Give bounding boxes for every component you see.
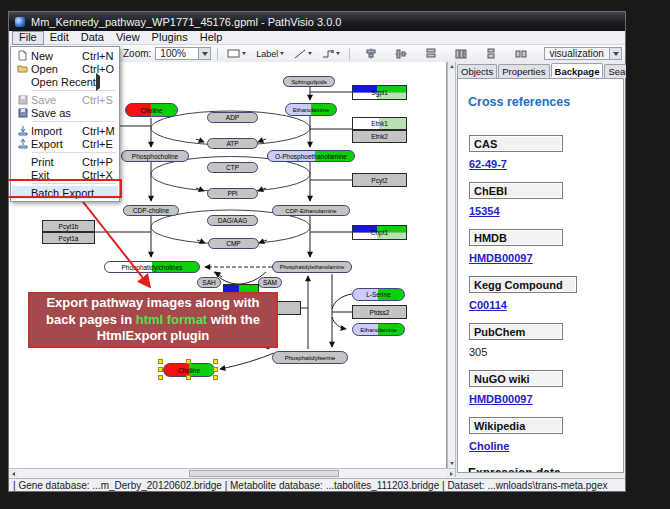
stack-vertical-button[interactable] xyxy=(482,46,500,61)
xref-link[interactable]: HMDB00097 xyxy=(469,252,623,264)
connector-tool-button[interactable] xyxy=(319,47,343,61)
status-bar: | Gene database: ...m_Derby_20120602.bri… xyxy=(9,478,625,491)
horizontal-scrollbar[interactable] xyxy=(9,468,455,477)
connector-icon xyxy=(322,49,334,59)
align-vertical-center-button[interactable] xyxy=(392,46,410,61)
selection-handle[interactable] xyxy=(186,375,191,380)
selection-handle[interactable] xyxy=(186,359,191,364)
file-menu-open-recent[interactable]: Open Recent xyxy=(12,75,118,88)
scroll-down-icon[interactable] xyxy=(448,460,455,467)
node-sah[interactable]: SAH xyxy=(197,277,221,288)
line-tool-button[interactable] xyxy=(291,47,315,61)
node-pcyt1b[interactable]: Pcyt1b xyxy=(42,220,95,232)
selection-handle[interactable] xyxy=(158,367,163,372)
tab-backpage[interactable]: Backpage xyxy=(551,63,604,77)
node-dag-aag[interactable]: DAG/AAG xyxy=(207,215,258,226)
file-menu-save-as[interactable]: Save as xyxy=(12,106,118,119)
menu-edit[interactable]: Edit xyxy=(44,31,75,44)
scroll-left-icon[interactable] xyxy=(9,470,17,477)
side-panel-tabs: Objects Properties Backpage Search Legen… xyxy=(456,62,625,78)
common-height-icon xyxy=(455,48,467,59)
node-phosphatidylserine[interactable]: Phosphatidylserine xyxy=(272,351,348,364)
status-text: | Gene database: ...m_Derby_20120602.bri… xyxy=(13,480,607,491)
tab-objects[interactable]: Objects xyxy=(457,64,497,78)
file-menu-new[interactable]: New Ctrl+N xyxy=(12,49,118,62)
open-folder-icon xyxy=(14,64,31,73)
menu-file[interactable]: File xyxy=(12,31,44,45)
xref-title: CAS xyxy=(469,135,563,152)
app-icon xyxy=(15,17,25,27)
node-atp[interactable]: ATP xyxy=(207,138,258,149)
xref-link[interactable]: C00114 xyxy=(469,299,623,311)
node-choline-top[interactable]: Choline xyxy=(125,103,178,117)
node-chpt1[interactable]: Chpt1 xyxy=(352,225,407,240)
scroll-up-icon[interactable] xyxy=(448,63,455,70)
node-phosphatidylcholines[interactable]: Phosphatidylcholines xyxy=(104,261,200,273)
node-adp[interactable]: ADP xyxy=(207,112,258,123)
file-menu-open[interactable]: Open Ctrl+O xyxy=(12,62,118,75)
selection-handle[interactable] xyxy=(213,375,218,380)
node-cmp[interactable]: CMP xyxy=(208,238,259,249)
zoom-dropdown-arrow-icon[interactable] xyxy=(198,48,210,59)
xref-link[interactable]: 15354 xyxy=(469,205,623,217)
node-pcyt2[interactable]: Pcyt2 xyxy=(352,173,407,187)
node-sam[interactable]: SAM xyxy=(258,277,282,288)
menu-bar: File Edit Data View Plugins Help xyxy=(9,31,625,45)
node-etnk1[interactable]: Etnk1 xyxy=(352,117,407,130)
visualization-combobox[interactable]: visualization xyxy=(544,47,622,60)
menu-view[interactable]: View xyxy=(110,31,146,44)
xref-section: HMDB HMDB00097 xyxy=(469,229,623,264)
node-ethanolamine-bottom[interactable]: Ethanolamine xyxy=(352,323,405,336)
visualization-dropdown-arrow-icon[interactable] xyxy=(609,48,621,59)
xref-link[interactable]: 62-49-7 xyxy=(469,158,623,170)
node-ppi[interactable]: PPi xyxy=(207,188,258,199)
menu-data[interactable]: Data xyxy=(75,31,110,44)
frame-bottom xyxy=(0,492,670,509)
tab-properties[interactable]: Properties xyxy=(498,64,549,78)
file-menu-import[interactable]: Import Ctrl+M xyxy=(12,124,118,137)
file-menu-export[interactable]: Export Ctrl+E xyxy=(12,137,118,150)
common-width-button[interactable] xyxy=(422,46,440,61)
common-height-button[interactable] xyxy=(452,46,470,61)
node-phosphatidylethanolamine[interactable]: Phosphatidylethanolamine xyxy=(272,261,352,273)
node-sphingolipids[interactable]: Sphingolipids xyxy=(283,76,335,87)
selection-handle[interactable] xyxy=(213,367,218,372)
xref-section: Wikipedia Choline xyxy=(469,417,623,452)
node-cdp-choline[interactable]: CDP-choline xyxy=(123,205,179,216)
node-etnk2[interactable]: Etnk2 xyxy=(352,130,407,143)
horizontal-scrollbar-thumb[interactable] xyxy=(189,470,339,477)
file-menu-batch-export[interactable]: Batch Export xyxy=(12,186,118,199)
title-bar[interactable]: Mm_Kennedy_pathway_WP1771_45176.gpml - P… xyxy=(9,12,625,31)
selection-handle[interactable] xyxy=(158,359,163,364)
xref-link[interactable]: Choline xyxy=(469,440,623,452)
zoom-combobox[interactable]: 100% xyxy=(155,47,211,60)
file-menu-dropdown: New Ctrl+N Open Ctrl+O Open Recent Save … xyxy=(10,46,120,202)
selection-handle[interactable] xyxy=(158,375,163,380)
zoom-label: Zoom: xyxy=(123,48,151,59)
node-ctp[interactable]: CTP xyxy=(207,162,258,173)
xref-title: Kegg Compound xyxy=(469,276,577,293)
node-ethanolamine-top[interactable]: Ethanolamine xyxy=(285,103,337,116)
stack-horizontal-button[interactable] xyxy=(512,46,530,61)
file-menu-print[interactable]: Print Ctrl+P xyxy=(12,155,118,168)
file-menu-exit[interactable]: Exit Ctrl+X xyxy=(12,168,118,181)
vertical-scrollbar[interactable] xyxy=(447,62,455,468)
node-cdp-ethanolamine[interactable]: CDP-Ethanolamine xyxy=(272,205,350,216)
node-pcyt1a[interactable]: Pcyt1a xyxy=(42,232,95,244)
label-button[interactable]: Label xyxy=(253,47,287,61)
node-l-serine[interactable]: L-Serine xyxy=(352,288,405,301)
scroll-right-icon[interactable] xyxy=(447,470,455,477)
menu-help[interactable]: Help xyxy=(194,31,229,44)
node-phosphocholine[interactable]: Phosphocholine xyxy=(121,150,189,162)
gene-datanode-button[interactable] xyxy=(224,47,249,60)
screenshot-stage: Mm_Kennedy_pathway_WP1771_45176.gpml - P… xyxy=(0,0,670,509)
menu-plugins[interactable]: Plugins xyxy=(146,31,194,44)
xref-link[interactable]: HMDB00097 xyxy=(469,393,623,405)
align-horizontal-center-icon xyxy=(365,48,377,59)
align-horizontal-center-button[interactable] xyxy=(362,46,380,61)
node-sgpl1[interactable]: Sgpl1 xyxy=(352,85,407,100)
node-o-phosphoethanolamine[interactable]: O-Phosphoethanolamine xyxy=(267,150,355,162)
node-ptdss2[interactable]: Ptdss2 xyxy=(352,305,407,319)
toolbar-separator xyxy=(217,48,218,60)
selection-handle[interactable] xyxy=(213,359,218,364)
